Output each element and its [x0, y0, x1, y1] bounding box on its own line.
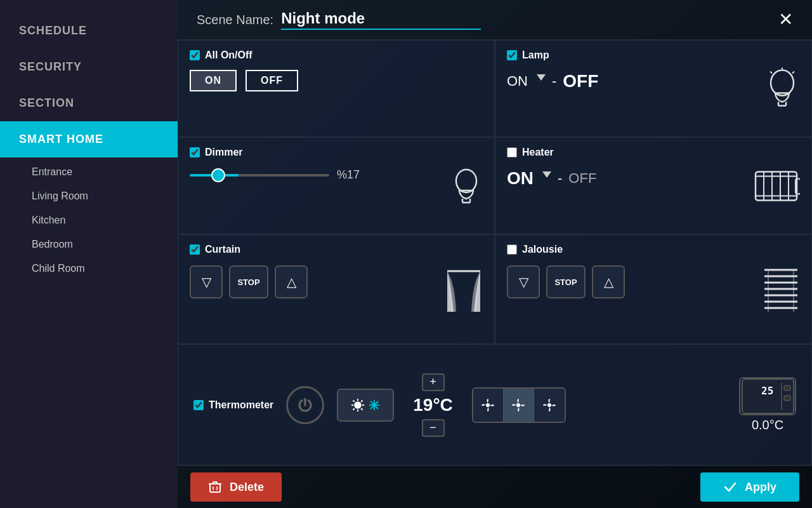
- curtain-icon: [445, 267, 483, 312]
- sidebar-subitem-living-room[interactable]: Living Room: [0, 184, 178, 208]
- lamp-on-text: ON: [507, 73, 528, 90]
- all-on-off-row: ON OFF: [190, 70, 483, 91]
- jalousie-title: Jalousie: [507, 244, 800, 255]
- heater-dropdown-icon[interactable]: [542, 171, 551, 178]
- sidebar-subitem-child-room[interactable]: Child Room: [0, 257, 178, 281]
- all-on-off-card: All On/Off ON OFF: [178, 40, 495, 137]
- heater-checkbox[interactable]: [507, 147, 517, 157]
- dimmer-checkbox[interactable]: [190, 147, 200, 157]
- thermo-temp-control: + 19°C −: [413, 373, 453, 437]
- jalousie-controls: ▽ STOP △: [507, 265, 800, 298]
- apply-button[interactable]: Apply: [700, 472, 799, 502]
- jalousie-stop-button[interactable]: STOP: [546, 265, 586, 298]
- sidebar-subitem-entrance[interactable]: Entrance: [0, 160, 178, 184]
- thermo-plus-button[interactable]: +: [422, 373, 445, 391]
- dimmer-card: Dimmer %17: [178, 137, 495, 234]
- sidebar-subitem-kitchen[interactable]: Kitchen: [0, 208, 178, 232]
- thermo-checkbox[interactable]: [193, 400, 204, 410]
- sidebar-item-smart-home[interactable]: SMART HOME: [0, 121, 178, 157]
- thermo-temp-value: 19°C: [413, 395, 453, 415]
- lamp-dash: -: [552, 73, 556, 90]
- dimmer-value: %17: [337, 168, 369, 182]
- thermo-power-button[interactable]: [286, 386, 324, 424]
- fan-med-icon: [511, 398, 526, 413]
- curtain-stop-button[interactable]: STOP: [229, 265, 268, 298]
- sun-icon: [351, 398, 365, 412]
- fan-speed-low-button[interactable]: [473, 389, 504, 422]
- all-on-off-title: All On/Off: [190, 50, 483, 61]
- svg-point-46: [547, 403, 551, 407]
- all-on-button[interactable]: ON: [190, 70, 237, 91]
- svg-line-38: [362, 400, 363, 401]
- all-on-off-checkbox[interactable]: [190, 50, 200, 60]
- thermo-display: 25 0.0°C: [739, 377, 796, 432]
- lamp-card: Lamp ON - OFF: [495, 40, 812, 137]
- scene-name-input[interactable]: [281, 10, 481, 30]
- sidebar-subitem-bedroom[interactable]: Bedroom: [0, 232, 178, 257]
- checkmark-icon: [723, 480, 737, 494]
- curtain-card: Curtain ▽ STOP △: [178, 234, 495, 344]
- svg-point-1: [771, 70, 794, 95]
- svg-rect-52: [210, 484, 220, 492]
- lamp-checkbox[interactable]: [507, 50, 517, 60]
- heater-card: Heater ON - OFF: [495, 137, 812, 234]
- sidebar-item-security[interactable]: SECURITY: [0, 49, 178, 85]
- svg-marker-0: [537, 74, 546, 81]
- sidebar-subitems: Entrance Living Room Kitchen Bedroom Chi…: [0, 160, 178, 281]
- delete-button[interactable]: Delete: [190, 472, 282, 502]
- jalousie-down-button[interactable]: ▽: [507, 265, 540, 298]
- svg-text:25: 25: [761, 385, 773, 397]
- fan-speed-high-button[interactable]: [534, 389, 565, 422]
- svg-line-39: [353, 408, 355, 410]
- heater-on-text: ON: [507, 168, 534, 189]
- thermo-setpoint-value: 0.0°C: [752, 418, 783, 432]
- curtain-down-button[interactable]: ▽: [190, 265, 223, 298]
- heater-title: Heater: [507, 147, 800, 158]
- dimmer-row: %17: [190, 168, 483, 182]
- footer: Delete Apply: [178, 465, 812, 508]
- lamp-title: Lamp: [507, 50, 800, 61]
- trash-icon: [208, 480, 222, 494]
- fan-high-icon: [542, 398, 557, 413]
- scene-name-label: Scene Name:: [197, 13, 273, 27]
- jalousie-up-button[interactable]: △: [592, 265, 625, 298]
- fan-speed-med-button[interactable]: [504, 389, 534, 422]
- sidebar-item-schedule[interactable]: SCHEDULE: [0, 13, 178, 49]
- svg-line-37: [362, 408, 363, 410]
- main-panel: Scene Name: ✕ All On/Off ON OFF Lamp ON: [178, 0, 812, 508]
- svg-rect-51: [784, 396, 790, 401]
- thermostat-screen-icon: 25: [741, 378, 795, 415]
- curtain-controls: ▽ STOP △: [190, 265, 483, 298]
- lamp-status-row: ON - OFF: [507, 71, 800, 91]
- sidebar: SCHEDULE SECURITY SECTION SMART HOME Ent…: [0, 0, 178, 508]
- thermo-title: Thermometer: [193, 399, 273, 411]
- svg-point-45: [516, 403, 520, 407]
- sidebar-item-section[interactable]: SECTION: [0, 85, 178, 121]
- lamp-dropdown-icon[interactable]: [537, 74, 546, 81]
- lamp-off-text: OFF: [563, 71, 598, 91]
- thermo-mode-button[interactable]: [337, 389, 394, 422]
- fan-low-icon: [480, 398, 495, 413]
- close-button[interactable]: ✕: [778, 11, 793, 29]
- header: Scene Name: ✕: [178, 0, 812, 40]
- svg-point-44: [486, 403, 490, 407]
- heater-dash: -: [558, 170, 562, 187]
- jalousie-icon: [762, 267, 800, 312]
- curtain-title: Curtain: [190, 244, 483, 255]
- snowflake-icon: [369, 399, 380, 411]
- curtain-checkbox[interactable]: [190, 244, 200, 255]
- lamp-icon: [765, 65, 800, 112]
- svg-line-7: [792, 71, 794, 73]
- fan-speed-group: [472, 387, 566, 423]
- thermometer-card: Thermometer: [178, 344, 812, 465]
- curtain-up-button[interactable]: △: [275, 265, 308, 298]
- jalousie-card: Jalousie ▽ STOP △: [495, 234, 812, 344]
- heater-off-text: OFF: [568, 170, 596, 187]
- svg-line-6: [770, 71, 772, 73]
- power-icon: [296, 396, 314, 414]
- dimmer-slider[interactable]: [190, 174, 329, 177]
- jalousie-checkbox[interactable]: [507, 244, 517, 255]
- thermo-minus-button[interactable]: −: [422, 419, 445, 437]
- svg-point-8: [456, 170, 476, 192]
- all-off-button[interactable]: OFF: [246, 70, 298, 91]
